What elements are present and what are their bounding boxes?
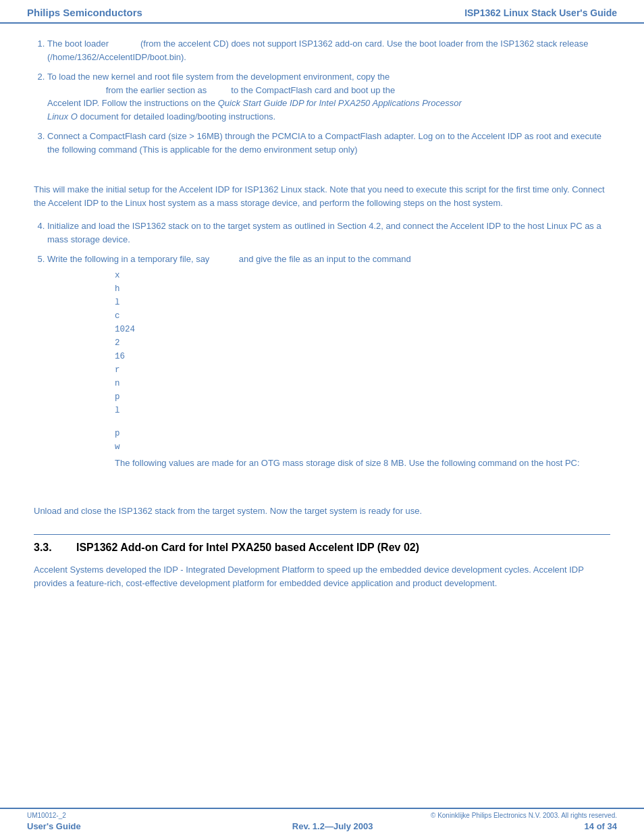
- footer-copyright: © Koninklijke Philips Electronics N.V. 2…: [431, 812, 617, 819]
- intro-paragraph-text: This will make the initial setup for the…: [34, 184, 605, 208]
- code-line-p: p: [115, 390, 610, 404]
- code-line-h: h: [115, 282, 610, 296]
- code-line-n: n: [115, 377, 610, 390]
- page: Philips Semiconductors ISP1362 Linux Sta…: [0, 0, 644, 834]
- footer-bottom: User's Guide Rev. 1.2—July 2003 14 of 34: [27, 821, 617, 831]
- company-name: Philips Semiconductors: [27, 7, 142, 18]
- code-line-c: c: [115, 309, 610, 323]
- otg-note-text: The following values are made for an OTG…: [115, 457, 610, 471]
- footer-guide-label: User's Guide: [27, 821, 81, 831]
- code-line-2: 2: [115, 336, 610, 350]
- section-paragraph-text: Accelent Systems developed the IDP - Int…: [34, 565, 584, 588]
- code-line-1024: 1024: [115, 323, 610, 336]
- code-line-w: w: [115, 440, 610, 454]
- document-title: ISP1362 Linux Stack User's Guide: [464, 7, 617, 18]
- code-line-r: r: [115, 363, 610, 377]
- list-item-5: Write the following in a temporary file,…: [47, 253, 610, 470]
- main-list: The boot loader (from the accelent CD) d…: [47, 37, 610, 156]
- list-item-4: Initialize and load the ISP1362 stack on…: [47, 219, 610, 246]
- content-area: The boot loader (from the accelent CD) d…: [0, 24, 644, 613]
- header: Philips Semiconductors ISP1362 Linux Sta…: [0, 0, 644, 24]
- section-number: 3.3.: [34, 542, 64, 554]
- footer-top: UM10012-_2 © Koninklijke Philips Electro…: [27, 812, 617, 819]
- code-block-2: p w The following values are made for an…: [115, 427, 610, 471]
- code-line-x: x: [115, 269, 610, 282]
- intro-paragraph: This will make the initial setup for the…: [34, 183, 610, 210]
- list-item-5-text: Write the following in a temporary file,…: [47, 254, 411, 264]
- footer-page-number: 14 of 34: [585, 821, 617, 831]
- footer-revision: Rev. 1.2—July 2003: [292, 821, 373, 831]
- list-item-4-text: Initialize and load the ISP1362 stack on…: [47, 221, 601, 244]
- footer-doc-id: UM10012-_2: [27, 812, 66, 819]
- list-item-3-text: Connect a CompactFlash card (size > 16MB…: [47, 131, 601, 155]
- list-item-1: The boot loader (from the accelent CD) d…: [47, 37, 610, 63]
- section-3-3-heading: 3.3. ISP1362 Add-on Card for Intel PXA25…: [34, 534, 610, 554]
- footer: UM10012-_2 © Koninklijke Philips Electro…: [0, 808, 644, 834]
- list-item-2-text: To load the new kernel and root file sys…: [47, 72, 462, 122]
- code-line-p2: p: [115, 427, 610, 440]
- unload-paragraph: Unload and close the ISP1362 stack from …: [34, 504, 610, 518]
- code-block-1: x h l c 1024 2 16 r n p l: [115, 269, 610, 417]
- list-item-3: Connect a CompactFlash card (size > 16MB…: [47, 130, 610, 156]
- code-line-l2: l: [115, 404, 610, 417]
- unload-paragraph-text: Unload and close the ISP1362 stack from …: [34, 506, 422, 516]
- list-item-2: To load the new kernel and root file sys…: [47, 70, 610, 123]
- code-line-l: l: [115, 296, 610, 309]
- section-paragraph: Accelent Systems developed the IDP - Int…: [34, 563, 610, 590]
- code-line-16: 16: [115, 350, 610, 363]
- list-item-1-text: The boot loader (from the accelent CD) d…: [47, 38, 588, 62]
- section-title: ISP1362 Add-on Card for Intel PXA250 bas…: [76, 542, 419, 554]
- main-list-2: Initialize and load the ISP1362 stack on…: [47, 219, 610, 470]
